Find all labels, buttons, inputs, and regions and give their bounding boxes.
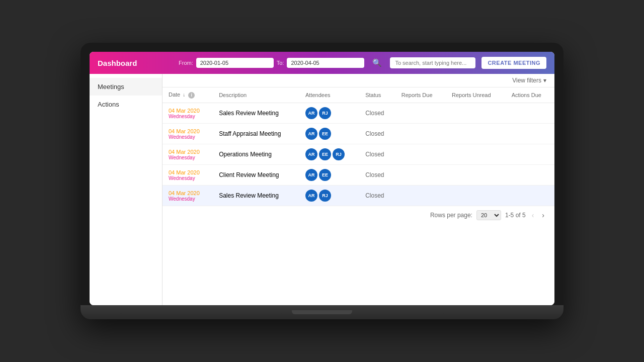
chevron-left-icon: ‹: [532, 211, 534, 219]
cell-reports-due: [395, 103, 446, 124]
avatar: EE: [319, 128, 331, 140]
search-input[interactable]: [390, 57, 475, 68]
cell-status: Closed: [359, 165, 395, 186]
table-row[interactable]: 04 Mar 2020 Wednesday Client Review Meet…: [163, 165, 554, 186]
rows-per-page-label: Rows per page:: [430, 212, 472, 219]
table-row[interactable]: 04 Mar 2020 Wednesday Sales Review Meeti…: [163, 186, 554, 206]
sidebar: Meetings Actions: [90, 74, 163, 305]
cell-reports-due: [395, 124, 446, 144]
table-row[interactable]: 04 Mar 2020 Wednesday Staff Appraisal Me…: [163, 124, 554, 144]
cell-date: 04 Mar 2020 Wednesday: [163, 144, 213, 165]
to-date-input[interactable]: [287, 58, 364, 68]
cell-reports-unread: [446, 103, 506, 124]
app-title: Dashboard: [98, 59, 138, 67]
view-filters-label: View filters: [512, 77, 541, 84]
content-area: View filters ▾ Date ↓ i Descripti: [163, 74, 554, 305]
cell-attendees: AREE: [299, 124, 359, 144]
avatar: RJ: [319, 107, 331, 119]
cell-reports-unread: [446, 144, 506, 165]
cell-description: Staff Appraisal Meeting: [213, 124, 299, 144]
avatar: EE: [319, 169, 331, 181]
avatar: RJ: [333, 148, 345, 160]
date-day: 04 Mar 2020: [169, 149, 207, 155]
cell-actions-due: [506, 144, 554, 165]
avatar: EE: [319, 148, 331, 160]
date-weekday: Wednesday: [169, 155, 207, 160]
cell-date: 04 Mar 2020 Wednesday: [163, 124, 213, 144]
cell-actions-due: [506, 103, 554, 124]
date-day: 04 Mar 2020: [169, 128, 207, 134]
cell-date: 04 Mar 2020 Wednesday: [163, 165, 213, 186]
cell-reports-unread: [446, 124, 506, 144]
view-filters-button[interactable]: View filters ▾: [512, 77, 546, 84]
cell-description: Sales Review Meeting: [213, 103, 299, 124]
col-header-actions-due[interactable]: Actions Due: [506, 87, 554, 103]
cell-status: Closed: [359, 124, 395, 144]
prev-page-button[interactable]: ‹: [530, 210, 536, 220]
chevron-down-icon: ▾: [543, 77, 546, 84]
date-filter-group: From: To:: [179, 58, 364, 68]
cell-status: Closed: [359, 144, 395, 165]
avatar: AR: [305, 107, 317, 119]
cell-actions-due: [506, 186, 554, 206]
cell-attendees: AREE: [299, 165, 359, 186]
cell-reports-due: [395, 186, 446, 206]
date-day: 04 Mar 2020: [169, 190, 207, 196]
table-row[interactable]: 04 Mar 2020 Wednesday Operations Meeting…: [163, 144, 554, 165]
meetings-table: Date ↓ i Description Attendees Status Re…: [163, 87, 554, 206]
cell-status: Closed: [359, 186, 395, 206]
date-weekday: Wednesday: [169, 134, 207, 140]
cell-description: Sales Review Meeting: [213, 186, 299, 206]
cell-date: 04 Mar 2020 Wednesday: [163, 103, 213, 124]
cell-status: Closed: [359, 103, 395, 124]
avatar: AR: [305, 128, 317, 140]
avatar: AR: [305, 190, 317, 202]
cell-reports-due: [395, 144, 446, 165]
date-weekday: Wednesday: [169, 175, 207, 181]
pagination-bar: Rows per page: 20 10 50 100 1-5 of 5 ‹ ›: [163, 206, 554, 224]
date-day: 04 Mar 2020: [169, 169, 207, 175]
cell-attendees: ARRJ: [299, 186, 359, 206]
cell-actions-due: [506, 124, 554, 144]
cell-reports-unread: [446, 165, 506, 186]
col-header-description[interactable]: Description: [213, 87, 299, 103]
cell-reports-due: [395, 165, 446, 186]
date-day: 04 Mar 2020: [169, 108, 207, 114]
col-header-reports-due[interactable]: Reports Due: [395, 87, 446, 103]
cell-attendees: AREERJ: [299, 144, 359, 165]
col-header-reports-unread[interactable]: Reports Unread: [446, 87, 506, 103]
rows-per-page-select[interactable]: 20 10 50 100: [476, 210, 501, 220]
cell-date: 04 Mar 2020 Wednesday: [163, 186, 213, 206]
page-info: 1-5 of 5: [505, 212, 526, 219]
from-date-input[interactable]: [196, 58, 274, 68]
col-header-date[interactable]: Date ↓ i: [163, 87, 213, 103]
cell-reports-unread: [446, 186, 506, 206]
sort-down-icon: ↓: [183, 92, 185, 98]
date-weekday: Wednesday: [169, 196, 207, 202]
info-icon: i: [188, 92, 195, 99]
avatar: AR: [305, 169, 317, 181]
avatar: AR: [305, 148, 317, 160]
cell-description: Client Review Meeting: [213, 165, 299, 186]
search-icon: 🔍: [372, 58, 382, 67]
create-meeting-button[interactable]: CREATE MEETING: [481, 57, 546, 69]
next-page-button[interactable]: ›: [540, 210, 546, 220]
col-header-status[interactable]: Status: [359, 87, 395, 103]
to-label: To:: [277, 60, 284, 66]
cell-actions-due: [506, 165, 554, 186]
filters-bar: View filters ▾: [163, 74, 554, 87]
date-weekday: Wednesday: [169, 114, 207, 119]
col-header-attendees[interactable]: Attendees: [299, 87, 359, 103]
from-label: From:: [179, 60, 193, 66]
cell-attendees: ARRJ: [299, 103, 359, 124]
cell-description: Operations Meeting: [213, 144, 299, 165]
sidebar-item-actions[interactable]: Actions: [90, 96, 162, 113]
sidebar-item-meetings[interactable]: Meetings: [90, 78, 162, 96]
search-icon-button[interactable]: 🔍: [370, 56, 384, 69]
chevron-right-icon: ›: [542, 211, 544, 219]
avatar: RJ: [319, 190, 331, 202]
table-row[interactable]: 04 Mar 2020 Wednesday Sales Review Meeti…: [163, 103, 554, 124]
